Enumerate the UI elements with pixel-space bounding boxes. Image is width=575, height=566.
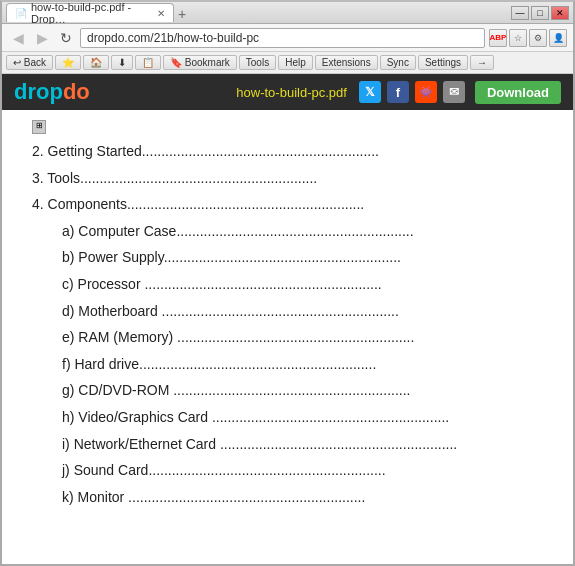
reddit-icon[interactable]: 👾 xyxy=(415,81,437,103)
tab-favicon: 📄 xyxy=(15,8,27,19)
social-icons: 𝕏 f 👾 ✉ xyxy=(359,81,465,103)
dropdo-logo: dropdo xyxy=(14,79,90,105)
email-icon[interactable]: ✉ xyxy=(443,81,465,103)
tab-close-button[interactable]: ✕ xyxy=(157,8,165,19)
forward-button[interactable]: ▶ xyxy=(32,28,52,48)
toc-item: g) CD/DVD-ROM ..........................… xyxy=(32,377,553,404)
toc-list: 2. Getting Started......................… xyxy=(32,138,553,510)
browser-window: 📄 how-to-build-pc.pdf - Drop… ✕ + — □ ✕ … xyxy=(0,0,575,566)
toc-item: b) Power Supply.........................… xyxy=(32,244,553,271)
nav-icons: ABP ☆ ⚙ 👤 xyxy=(489,29,567,47)
toc-item: i) Network/Ethernet Card ...............… xyxy=(32,431,553,458)
toc-item: 3. Tools................................… xyxy=(32,165,553,192)
settings-icon[interactable]: ⚙ xyxy=(529,29,547,47)
toc-item: e) RAM (Memory) ........................… xyxy=(32,324,553,351)
logo-do: do xyxy=(63,79,90,104)
logo-drop: drop xyxy=(14,79,63,104)
user-icon[interactable]: 👤 xyxy=(549,29,567,47)
toolbar-btn-3[interactable]: 🏠 xyxy=(83,55,109,70)
toolbar-btn-7[interactable]: Tools xyxy=(239,55,276,70)
bookmark-star-icon[interactable]: ☆ xyxy=(509,29,527,47)
adblock-icon[interactable]: ABP xyxy=(489,29,507,47)
toolbar-btn-8[interactable]: Help xyxy=(278,55,313,70)
toc-item: d) Motherboard .........................… xyxy=(32,298,553,325)
side-icon[interactable]: ⊞ xyxy=(32,120,46,134)
toolbar-btn-6[interactable]: 🔖 Bookmark xyxy=(163,55,237,70)
toc-item: 2. Getting Started......................… xyxy=(32,138,553,165)
nav-bar: ◀ ▶ ↻ ABP ☆ ⚙ 👤 xyxy=(2,24,573,52)
toc-item: k) Monitor .............................… xyxy=(32,484,553,511)
title-bar: 📄 how-to-build-pc.pdf - Drop… ✕ + — □ ✕ xyxy=(2,2,573,24)
facebook-icon[interactable]: f xyxy=(387,81,409,103)
toc-item: a) Computer Case........................… xyxy=(32,218,553,245)
toolbar-btn-10[interactable]: Sync xyxy=(380,55,416,70)
toolbar-btn-5[interactable]: 📋 xyxy=(135,55,161,70)
dropdo-header: dropdo how-to-build-pc.pdf 𝕏 f 👾 ✉ Downl… xyxy=(2,74,573,110)
twitter-icon[interactable]: 𝕏 xyxy=(359,81,381,103)
tab-title: how-to-build-pc.pdf - Drop… xyxy=(31,1,151,25)
browser-toolbar: ↩ Back ⭐ 🏠 ⬇ 📋 🔖 Bookmark Tools Help Ext… xyxy=(2,52,573,74)
toolbar-btn-9[interactable]: Extensions xyxy=(315,55,378,70)
toc-item: c) Processor ...........................… xyxy=(32,271,553,298)
toc-item: 4. Components...........................… xyxy=(32,191,553,218)
address-bar[interactable] xyxy=(80,28,485,48)
minimize-button[interactable]: — xyxy=(511,6,529,20)
new-tab-button[interactable]: + xyxy=(178,6,186,22)
toc-item: h) Video/Graphics Card .................… xyxy=(32,404,553,431)
maximize-button[interactable]: □ xyxy=(531,6,549,20)
reload-button[interactable]: ↻ xyxy=(56,28,76,48)
tab-bar: 📄 how-to-build-pc.pdf - Drop… ✕ + xyxy=(6,3,511,22)
window-controls: — □ ✕ xyxy=(511,6,569,20)
toc-wrapper: ⊞ 2. Getting Started....................… xyxy=(32,120,553,510)
toolbar-btn-12[interactable]: → xyxy=(470,55,494,70)
toc-item: j) Sound Card...........................… xyxy=(32,457,553,484)
active-tab[interactable]: 📄 how-to-build-pc.pdf - Drop… ✕ xyxy=(6,3,174,22)
content-area: ⊞ 2. Getting Started....................… xyxy=(2,110,573,564)
toc-item: f) Hard drive...........................… xyxy=(32,351,553,378)
toolbar-btn-11[interactable]: Settings xyxy=(418,55,468,70)
toolbar-btn-4[interactable]: ⬇ xyxy=(111,55,133,70)
toolbar-btn-2[interactable]: ⭐ xyxy=(55,55,81,70)
toolbar-btn-1[interactable]: ↩ Back xyxy=(6,55,53,70)
pdf-filename: how-to-build-pc.pdf xyxy=(236,85,347,100)
download-button[interactable]: Download xyxy=(475,81,561,104)
close-button[interactable]: ✕ xyxy=(551,6,569,20)
back-button[interactable]: ◀ xyxy=(8,28,28,48)
